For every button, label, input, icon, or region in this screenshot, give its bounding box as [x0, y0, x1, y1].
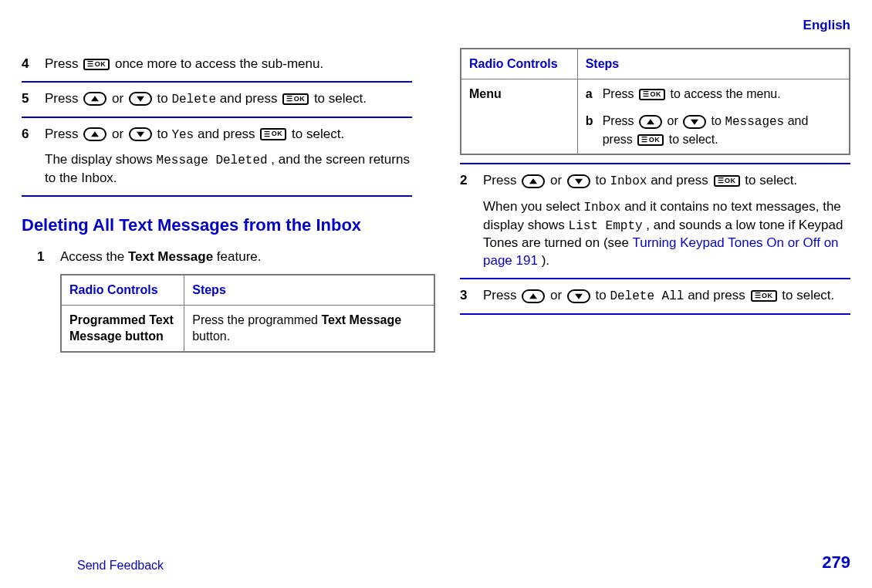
ok-key-icon: ☰OK	[83, 59, 110, 70]
down-arrow-key-icon	[567, 174, 590, 188]
substep-letter: b	[586, 113, 603, 147]
text: to	[157, 91, 172, 106]
text: to select.	[314, 91, 367, 106]
step-row: 5 Press or to Delete and press ☰OK to se…	[22, 81, 412, 117]
text: or	[667, 114, 681, 127]
text: Press	[45, 91, 82, 106]
text: to select.	[669, 133, 718, 146]
text: and press	[651, 173, 711, 188]
mono-text: Delete	[171, 93, 216, 106]
text: and press	[198, 127, 259, 141]
mono-text: Yes	[171, 128, 194, 142]
text: feature.	[217, 249, 262, 264]
substep-wrap: 1 Access the Text Message feature. Radio…	[22, 248, 412, 353]
step-row: 3 Press or to Delete All and press ☰OK t…	[460, 278, 850, 313]
up-arrow-key-icon	[83, 92, 106, 106]
table-header: Steps	[577, 49, 850, 79]
mono-text: List Empty	[569, 219, 643, 233]
text: Press	[45, 56, 82, 71]
text: Press the programmed	[192, 313, 321, 326]
ok-key-icon: ☰OK	[714, 175, 740, 187]
page: English 4 Press ☰OK once more to access …	[0, 0, 872, 588]
step-body: Access the Text Message feature.	[60, 248, 412, 266]
ok-key-icon: ☰OK	[639, 89, 665, 100]
text: to access the menu.	[670, 87, 780, 100]
section-title: Deleting All Text Messages from the Inbo…	[22, 214, 412, 237]
step-number: 2	[460, 172, 483, 270]
ok-key-icon: ☰OK	[260, 128, 286, 140]
step-number: 6	[22, 126, 45, 188]
text: Press	[483, 173, 520, 188]
text: Press	[483, 288, 520, 302]
table-header: Radio Controls	[461, 49, 577, 79]
text: to	[596, 173, 610, 188]
down-arrow-key-icon	[129, 92, 152, 106]
bold-text: Text Message	[128, 249, 213, 264]
step-body: Press or to Delete All and press ☰OK to …	[483, 287, 850, 306]
text: The display shows	[45, 152, 157, 167]
text: or	[112, 91, 127, 106]
ok-key-icon: ☰OK	[637, 134, 664, 146]
mono-text: Message Deleted	[157, 154, 268, 167]
divider	[22, 195, 412, 197]
text: Press	[603, 114, 637, 127]
text: Access the	[60, 249, 128, 264]
table-cell: Menu	[461, 79, 577, 154]
table-header: Steps	[184, 275, 434, 305]
down-arrow-key-icon	[567, 289, 590, 303]
text: to	[711, 114, 725, 127]
table-header: Radio Controls	[61, 275, 184, 305]
text: or	[112, 127, 127, 141]
substep-letter: a	[586, 86, 603, 103]
text: ).	[542, 253, 549, 268]
table-cell: Press the programmed Text Message button…	[184, 305, 434, 352]
page-number: 279	[822, 551, 850, 574]
send-feedback-link[interactable]: Send Feedback	[77, 557, 164, 574]
left-column: 4 Press ☰OK once more to access the sub-…	[22, 48, 412, 353]
up-arrow-key-icon	[83, 127, 106, 141]
text: once more to access the sub-menu.	[115, 56, 323, 71]
text: to	[596, 288, 610, 302]
step-body: Press ☰OK once more to access the sub-me…	[45, 56, 412, 73]
text: button.	[192, 329, 230, 343]
radio-controls-table: Radio Controls Steps Programmed Text Mes…	[60, 274, 435, 353]
substep: a Press ☰OK to access the menu.	[586, 86, 841, 103]
text: to select.	[292, 127, 344, 141]
step-row: 4 Press ☰OK once more to access the sub-…	[22, 48, 412, 81]
down-arrow-key-icon	[129, 127, 152, 141]
step-row: 6 Press or to Yes and press ☰OK to selec…	[22, 117, 412, 195]
down-arrow-key-icon	[683, 115, 706, 129]
ok-key-icon: ☰OK	[282, 93, 309, 105]
text: and press	[688, 288, 749, 302]
up-arrow-key-icon	[639, 115, 662, 129]
text: Press	[45, 127, 82, 141]
text: When you select	[483, 199, 583, 214]
step-number: 5	[22, 90, 45, 109]
step-row: 2 Press or to Inbox and press ☰OK to sel…	[460, 163, 850, 278]
mono-text: Messages	[725, 115, 784, 129]
table-cell: a Press ☰OK to access the menu. b Press	[577, 79, 850, 154]
bold-text: Text Message	[321, 313, 401, 326]
divider	[460, 313, 850, 315]
header-language: English	[803, 17, 850, 35]
up-arrow-key-icon	[522, 174, 545, 188]
step-row: 1 Access the Text Message feature.	[37, 248, 412, 274]
text: or	[550, 288, 566, 302]
text: Press	[603, 87, 637, 100]
step-body: Press or to Yes and press ☰OK to select.…	[45, 126, 412, 188]
radio-controls-table: Radio Controls Steps Menu a Press ☰OK to…	[460, 48, 850, 155]
text: or	[550, 173, 566, 188]
mono-text: Inbox	[583, 201, 620, 215]
text: to select.	[782, 288, 834, 302]
table-cell: Programmed Text Message button	[61, 305, 184, 352]
mono-text: Delete All	[610, 289, 684, 303]
mono-text: Inbox	[610, 174, 647, 188]
content-columns: 4 Press ☰OK once more to access the sub-…	[22, 48, 850, 353]
substep-body: Press or to Messages and press ☰OK to se…	[603, 113, 841, 147]
right-column: Radio Controls Steps Menu a Press ☰OK to…	[460, 48, 850, 353]
text: and press	[220, 91, 281, 106]
text: to	[157, 127, 172, 141]
text: to select.	[745, 173, 797, 188]
ok-key-icon: ☰OK	[751, 290, 777, 302]
step-number: 3	[460, 287, 483, 306]
